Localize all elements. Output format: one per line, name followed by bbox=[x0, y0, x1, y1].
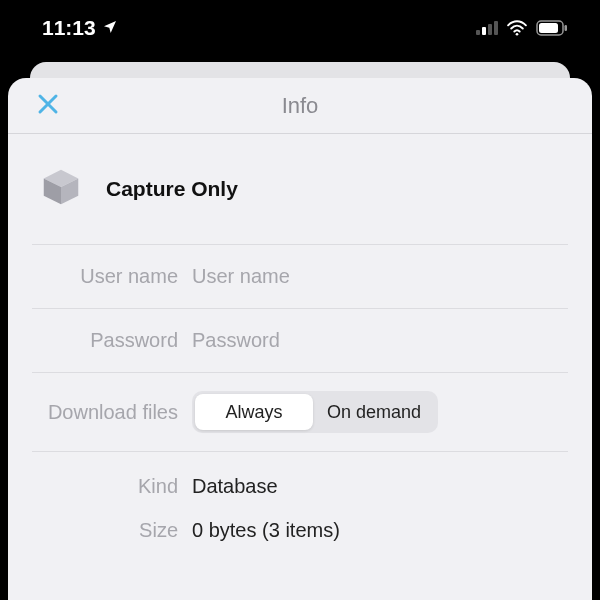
database-cube-icon bbox=[38, 164, 84, 214]
svg-rect-7 bbox=[565, 25, 568, 31]
svg-rect-6 bbox=[539, 23, 558, 33]
info-sheet: Info Capture Only User name bbox=[8, 78, 592, 600]
database-name: Capture Only bbox=[106, 177, 238, 201]
battery-icon bbox=[536, 20, 568, 36]
status-right bbox=[476, 20, 568, 36]
page-title: Info bbox=[8, 93, 592, 119]
svg-rect-3 bbox=[494, 21, 498, 35]
size-value: 0 bytes (3 items) bbox=[192, 519, 568, 542]
password-input[interactable] bbox=[192, 329, 568, 352]
navbar: Info bbox=[8, 78, 592, 134]
status-bar: 11:13 bbox=[0, 0, 600, 62]
svg-rect-1 bbox=[482, 27, 486, 35]
username-row: User name bbox=[32, 244, 568, 308]
svg-rect-2 bbox=[488, 24, 492, 35]
svg-rect-0 bbox=[476, 30, 480, 35]
info-rows: Kind Database Size 0 bytes (3 items) bbox=[32, 451, 568, 552]
wifi-icon bbox=[506, 20, 528, 36]
content: Capture Only User name Password Download… bbox=[8, 134, 592, 552]
download-files-label: Download files bbox=[32, 401, 192, 424]
password-label: Password bbox=[32, 329, 192, 352]
kind-label: Kind bbox=[32, 475, 192, 498]
size-row: Size 0 bytes (3 items) bbox=[32, 508, 568, 552]
database-header: Capture Only bbox=[32, 134, 568, 244]
seg-always[interactable]: Always bbox=[195, 394, 313, 430]
location-icon bbox=[102, 16, 118, 40]
size-label: Size bbox=[32, 519, 192, 542]
password-row: Password bbox=[32, 308, 568, 372]
username-label: User name bbox=[32, 265, 192, 288]
svg-point-4 bbox=[516, 33, 519, 36]
download-mode-segmented[interactable]: Always On demand bbox=[192, 391, 438, 433]
username-input[interactable] bbox=[192, 265, 568, 288]
cell-signal-icon bbox=[476, 21, 498, 35]
status-left: 11:13 bbox=[42, 16, 118, 40]
modal-stack: Info Capture Only User name bbox=[0, 62, 600, 600]
close-icon bbox=[37, 93, 59, 119]
close-button[interactable] bbox=[30, 88, 66, 124]
status-time: 11:13 bbox=[42, 16, 96, 40]
seg-on-demand[interactable]: On demand bbox=[313, 394, 435, 430]
download-files-row: Download files Always On demand bbox=[32, 372, 568, 451]
kind-row: Kind Database bbox=[32, 464, 568, 508]
kind-value: Database bbox=[192, 475, 568, 498]
